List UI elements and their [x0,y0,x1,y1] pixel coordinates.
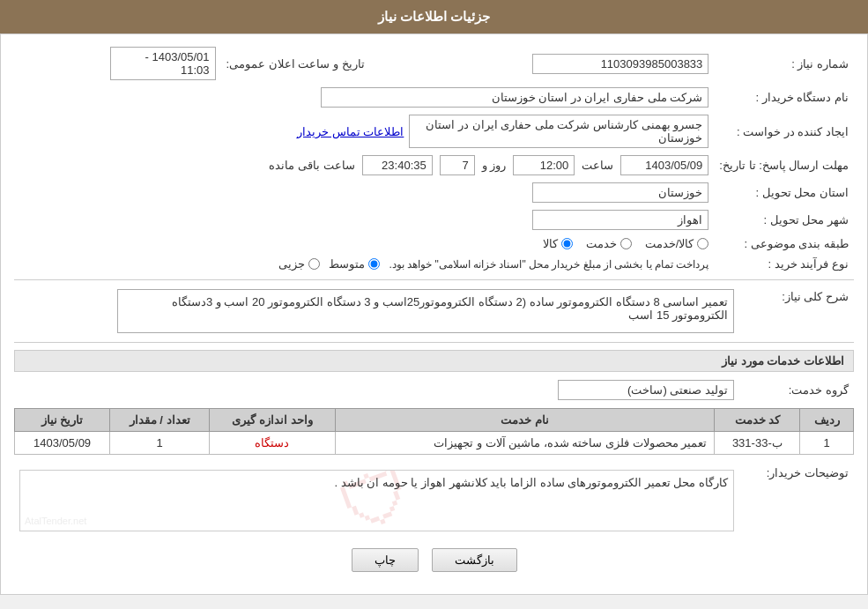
reply-remaining-label: ساعت باقی مانده [269,159,354,172]
button-row: بازگشت چاپ [14,548,854,572]
table-row: 1 ب-33-331 تعمیر محصولات فلزی ساخته شده،… [15,432,854,455]
datetime-value: 1403/05/01 - 11:03 [110,47,216,80]
col-header-date: تاریخ نیاز [15,409,110,432]
process-jozii[interactable]: جزیی [278,257,320,271]
back-button[interactable]: بازگشت [432,548,517,572]
cell-code: ب-33-331 [715,432,800,455]
need-desc-label: شرح کلی نیاز: [739,286,854,337]
need-number-value: 1103093985003833 [532,54,708,74]
col-header-qty: تعداد / مقدار [110,409,210,432]
reply-days-label: روز و [482,159,507,172]
reply-date: 1403/05/09 [620,155,708,175]
creator-label: ایجاد کننده در خواست : [714,111,854,152]
reply-remaining: 23:40:35 [362,155,433,175]
process-motavasset[interactable]: متوسط [329,257,380,271]
cell-service-name: تعمیر محصولات فلزی ساخته شده، ماشین آلات… [335,432,714,455]
col-header-unit: واحد اندازه گیری [210,409,336,432]
cell-qty: 1 [110,432,210,455]
print-button[interactable]: چاپ [352,548,419,572]
city-value: اهواز [532,210,708,230]
category-kala[interactable]: کالا [543,237,573,250]
reply-deadline-label: مهلت ارسال پاسخ: تا تاریخ: [714,152,854,179]
category-khidmat[interactable]: خدمت [586,237,632,250]
contact-info-link[interactable]: اطلاعات تماس خریدار [297,125,404,138]
reply-time-label: ساعت [582,159,613,172]
services-table: ردیف کد خدمت نام خدمت واحد اندازه گیری ت… [14,408,854,455]
service-group-value: تولید صنعتی (ساخت) [558,380,734,400]
buyer-notes-label: توضیحات خریدار: [739,462,854,535]
need-desc-value: تعمیر اساسی 8 دستگاه الکتروموتور ساده (2… [117,289,734,333]
city-label: شهر محل تحویل : [714,206,854,234]
province-label: استان محل تحویل : [714,179,854,206]
reply-days: 7 [440,155,475,175]
cell-unit: دستگاه [210,432,336,455]
col-header-row: ردیف [800,409,854,432]
need-number-label: شماره نیاز : [714,43,854,84]
page-title: جزئیات اطلاعات نیاز [378,9,490,24]
watermark-text: AtalTender.net [25,516,86,526]
category-kala-khidmat[interactable]: کالا/خدمت [645,237,709,250]
cell-row: 1 [800,432,854,455]
col-header-code: کد خدمت [715,409,800,432]
process-note: پرداخت تمام یا بخشی از مبلغ خریدار محل "… [389,258,708,271]
reply-time: 12:00 [513,155,575,175]
category-label: طبقه بندی موضوعی : [714,234,854,254]
buyer-org-label: نام دستگاه خریدار : [714,84,854,111]
creator-value: جسرو بهمنی کارشناس شرکت ملی حفاری ایران … [409,115,708,148]
process-label: نوع فرآیند خرید : [714,254,854,274]
datetime-label: تاریخ و ساعت اعلان عمومی: [221,43,382,84]
buyer-org-value: شرکت ملی حفاری ایران در استان خوزستان [321,87,708,108]
services-section-title: اطلاعات خدمات مورد نیاز [14,350,854,372]
service-group-label: گروه خدمت: [739,376,854,404]
buyer-notes-container: 🛡 کارگاه محل تعمیر الکتروموتورهای ساده ا… [19,470,734,531]
col-header-name: نام خدمت [335,409,714,432]
cell-date: 1403/05/09 [15,432,110,455]
buyer-notes-text: کارگاه محل تعمیر الکتروموتورهای ساده الز… [26,476,728,489]
page-header: جزئیات اطلاعات نیاز [0,0,868,33]
province-value: خوزستان [532,182,708,203]
